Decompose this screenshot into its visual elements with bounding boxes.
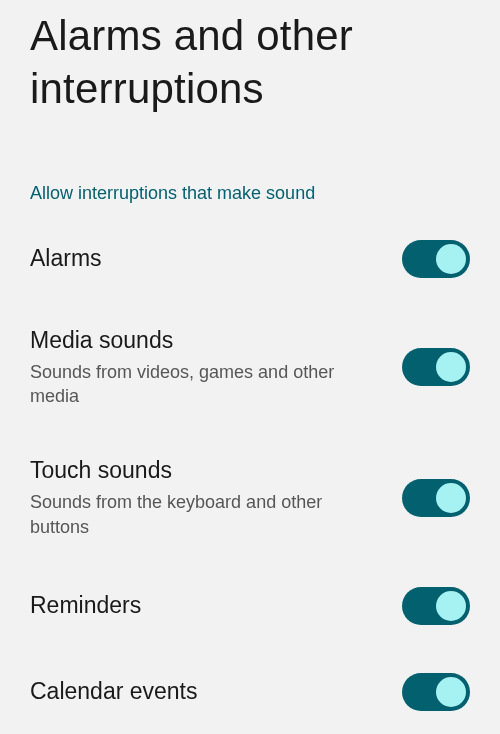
toggle-thumb [436, 483, 466, 513]
setting-subtitle: Sounds from videos, games and other medi… [30, 360, 382, 409]
setting-text: Calendar events [30, 677, 382, 707]
setting-row-reminders[interactable]: Reminders [30, 563, 470, 649]
setting-title: Calendar events [30, 677, 382, 707]
page-title: Alarms and other interruptions [30, 0, 470, 155]
setting-subtitle: Sounds from the keyboard and other butto… [30, 490, 382, 539]
touch-sounds-toggle[interactable] [402, 479, 470, 517]
setting-title: Media sounds [30, 326, 382, 356]
setting-text: Alarms [30, 244, 382, 274]
setting-row-touch-sounds[interactable]: Touch sounds Sounds from the keyboard an… [30, 432, 470, 562]
setting-row-calendar-events[interactable]: Calendar events [30, 649, 470, 734]
setting-text: Touch sounds Sounds from the keyboard an… [30, 456, 382, 538]
toggle-thumb [436, 244, 466, 274]
setting-title: Touch sounds [30, 456, 382, 486]
media-sounds-toggle[interactable] [402, 348, 470, 386]
setting-title: Reminders [30, 591, 382, 621]
setting-row-media-sounds[interactable]: Media sounds Sounds from videos, games a… [30, 302, 470, 432]
toggle-thumb [436, 591, 466, 621]
setting-text: Reminders [30, 591, 382, 621]
toggle-thumb [436, 352, 466, 382]
section-header: Allow interruptions that make sound [30, 155, 470, 216]
toggle-thumb [436, 677, 466, 707]
alarms-toggle[interactable] [402, 240, 470, 278]
setting-row-alarms[interactable]: Alarms [30, 216, 470, 302]
calendar-events-toggle[interactable] [402, 673, 470, 711]
setting-text: Media sounds Sounds from videos, games a… [30, 326, 382, 408]
setting-title: Alarms [30, 244, 382, 274]
reminders-toggle[interactable] [402, 587, 470, 625]
